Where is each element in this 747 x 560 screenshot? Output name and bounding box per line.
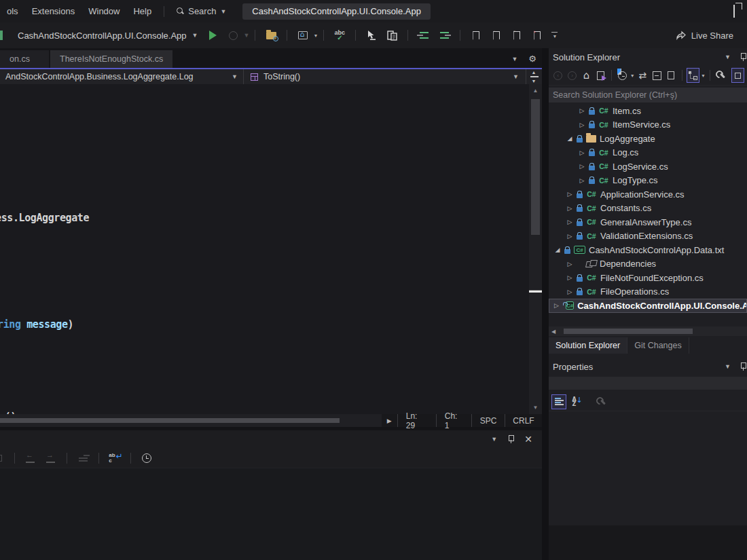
expander-icon[interactable] bbox=[566, 205, 573, 212]
window-position-dropdown-icon[interactable]: ▼ bbox=[725, 363, 731, 370]
expander-icon[interactable] bbox=[579, 122, 585, 128]
attach-icon[interactable] bbox=[731, 68, 744, 83]
tree-item[interactable]: C# C# FileOperations.cs bbox=[549, 285, 747, 299]
tree-item[interactable]: C# C# Constants.cs bbox=[549, 202, 747, 216]
horizontal-scrollbar[interactable] bbox=[0, 414, 382, 427]
startup-project-dropdown[interactable]: CashAndStockControllApp.UI.Console.App ▼ bbox=[14, 31, 202, 41]
scrollbar-thumb[interactable] bbox=[564, 329, 693, 334]
toggle-bookmark-icon[interactable] bbox=[469, 29, 483, 41]
scroll-up-icon[interactable]: ▲ bbox=[529, 88, 542, 94]
expander-icon[interactable] bbox=[566, 219, 573, 225]
tree-item[interactable]: C# C# CashAndStockControllApp.UI.Console… bbox=[549, 299, 747, 313]
line-ending-indicator[interactable]: CRLF bbox=[505, 414, 542, 427]
find-in-files-icon[interactable] bbox=[264, 29, 278, 41]
expander-icon[interactable] bbox=[554, 302, 559, 309]
previous-bookmark-icon[interactable]: ↶ bbox=[490, 29, 503, 41]
column-indicator[interactable]: Ch: 1 bbox=[436, 414, 472, 427]
output-content[interactable] bbox=[0, 468, 542, 560]
scrollbar-thumb[interactable] bbox=[0, 418, 340, 423]
chevron-down-icon[interactable]: ▼ bbox=[630, 73, 635, 78]
scrollbar-thumb[interactable] bbox=[531, 99, 540, 235]
start-debug-button[interactable] bbox=[209, 31, 217, 40]
decrease-indent-icon[interactable] bbox=[417, 29, 431, 41]
expand-scrollbar-icon[interactable]: ▶ bbox=[382, 417, 397, 424]
expander-icon[interactable] bbox=[579, 177, 585, 184]
pending-changes-filter-icon[interactable] bbox=[616, 68, 629, 83]
tree-item[interactable]: C# C# Dependencies bbox=[549, 257, 747, 272]
menu-help[interactable]: Help bbox=[126, 0, 158, 22]
tree-item[interactable]: C# C# ApplicationService.cs bbox=[549, 187, 747, 202]
panel-splitter[interactable] bbox=[542, 48, 549, 560]
tree-item[interactable]: C# C# ValidationExtensions.cs bbox=[549, 229, 747, 244]
word-wrap-icon[interactable]: abc bbox=[108, 452, 122, 464]
properties-header[interactable]: Properties ▼ bbox=[549, 358, 747, 375]
document-tab[interactable]: on.cs bbox=[0, 50, 49, 68]
home-icon[interactable]: ⌂ bbox=[580, 68, 593, 83]
forward-icon[interactable]: › bbox=[566, 68, 579, 83]
close-icon[interactable]: ✕ bbox=[524, 435, 532, 443]
preview-selected-items-icon[interactable] bbox=[687, 68, 699, 83]
tree-item[interactable]: C# C# LogType.cs bbox=[549, 174, 747, 188]
wrench-icon[interactable] bbox=[714, 68, 727, 83]
properties-grid[interactable] bbox=[549, 411, 747, 527]
solution-explorer-search-input[interactable]: Search Solution Explorer (Ctrl+ş) bbox=[549, 88, 747, 102]
tree-item[interactable]: C# C# GeneralAnswerType.cs bbox=[549, 215, 747, 229]
code-editor[interactable]: ess.LogAggregate ring message) g() {1} {… bbox=[0, 84, 529, 414]
menu-tools[interactable]: ols bbox=[0, 0, 25, 22]
menu-window[interactable]: Window bbox=[81, 0, 126, 22]
chevron-down-icon[interactable]: ▼ bbox=[701, 73, 706, 78]
expander-icon[interactable] bbox=[579, 163, 585, 170]
editor-split-handle[interactable] bbox=[529, 290, 542, 293]
expander-icon[interactable] bbox=[566, 261, 573, 267]
gear-icon[interactable]: ⚙ bbox=[528, 54, 536, 64]
clear-bookmarks-icon[interactable]: ✕ bbox=[530, 29, 544, 41]
new-project-icon[interactable] bbox=[296, 29, 310, 41]
expander-icon[interactable] bbox=[579, 107, 585, 114]
solution-explorer-header[interactable]: Solution Explorer ▼ bbox=[549, 48, 747, 66]
line-indicator[interactable]: Ln: 29 bbox=[397, 414, 436, 427]
tree-item[interactable]: C# C# ItemService.cs bbox=[549, 118, 747, 132]
expander-icon[interactable] bbox=[566, 191, 573, 198]
increase-indent-icon[interactable] bbox=[437, 29, 451, 41]
tab-solution-explorer[interactable]: Solution Explorer bbox=[549, 337, 627, 354]
categorized-icon[interactable] bbox=[551, 394, 566, 409]
tree-item[interactable]: C# C# CashAndStockControlApp.Data.txt bbox=[549, 243, 747, 257]
tree-item[interactable]: C# C# LogAggregate bbox=[549, 132, 747, 146]
window-position-dropdown-icon[interactable]: ▼ bbox=[725, 54, 731, 60]
scroll-left-icon[interactable]: ◀ bbox=[551, 329, 555, 335]
show-all-files-icon[interactable] bbox=[665, 68, 678, 83]
tree-item[interactable]: C# C# LogService.cs bbox=[549, 160, 747, 174]
next-bookmark-icon[interactable]: ↷ bbox=[510, 29, 524, 41]
menu-extensions[interactable]: Extensions bbox=[25, 0, 82, 22]
split-window-button[interactable] bbox=[526, 69, 542, 84]
tree-item[interactable]: C# C# Item.cs bbox=[549, 104, 747, 118]
expander-icon[interactable] bbox=[566, 135, 573, 142]
tab-git-changes[interactable]: Git Changes bbox=[627, 337, 689, 354]
previous-message-icon[interactable] bbox=[24, 452, 37, 464]
document-tab[interactable]: ThereIsNotEnoughStock.cs bbox=[50, 50, 172, 68]
select-pointer-icon[interactable] bbox=[365, 29, 378, 41]
property-pages-icon[interactable] bbox=[594, 394, 608, 409]
clear-all-icon[interactable] bbox=[76, 452, 90, 464]
expander-icon[interactable] bbox=[566, 274, 573, 281]
expander-icon[interactable] bbox=[579, 149, 585, 156]
restore-button[interactable] bbox=[733, 5, 735, 18]
alphabetical-icon[interactable]: AZ bbox=[569, 394, 584, 409]
back-icon[interactable]: ‹ bbox=[551, 68, 564, 83]
tree-horizontal-scrollbar[interactable]: ◀ bbox=[549, 326, 747, 336]
pin-icon[interactable] bbox=[508, 435, 513, 443]
expander-icon[interactable] bbox=[566, 233, 573, 240]
collapse-all-icon[interactable] bbox=[651, 68, 663, 83]
tree-item[interactable]: C# C# FileNotFoundException.cs bbox=[549, 271, 747, 285]
hot-reload-icon[interactable] bbox=[227, 29, 240, 41]
vertical-scrollbar[interactable]: ▲ ▼ bbox=[529, 84, 542, 414]
tab-list-dropdown-icon[interactable]: ▼ bbox=[511, 56, 517, 62]
member-dropdown[interactable]: ToString() ▼ bbox=[243, 69, 526, 84]
type-dropdown[interactable]: AndStockControlApp.Business.LogAggregate… bbox=[0, 69, 243, 84]
scroll-down-icon[interactable]: ▼ bbox=[529, 405, 542, 411]
pin-icon[interactable] bbox=[740, 53, 746, 61]
toolbar-overflow-icon[interactable]: ▼ bbox=[551, 32, 558, 39]
expander-icon[interactable] bbox=[566, 288, 573, 295]
spell-checker-icon[interactable]: abc✓ bbox=[333, 29, 346, 41]
window-position-dropdown-icon[interactable]: ▼ bbox=[491, 436, 497, 443]
